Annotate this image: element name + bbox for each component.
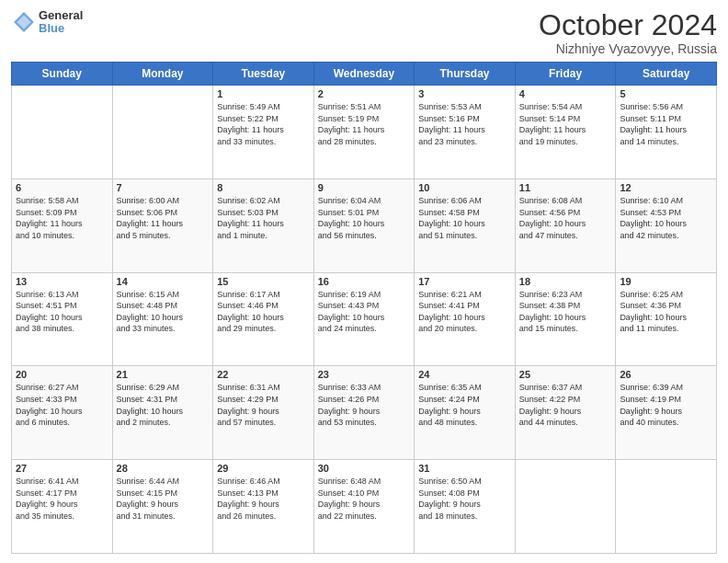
day-number: 3 xyxy=(418,88,511,99)
calendar-cell: 13Sunrise: 6:13 AM Sunset: 4:51 PM Dayli… xyxy=(12,272,113,366)
day-number: 23 xyxy=(318,369,411,380)
calendar-cell: 27Sunrise: 6:41 AM Sunset: 4:17 PM Dayli… xyxy=(12,460,113,554)
day-number: 24 xyxy=(418,369,511,380)
weekday-header-thursday: Thursday xyxy=(415,63,516,86)
day-number: 1 xyxy=(217,88,310,99)
calendar-cell: 26Sunrise: 6:39 AM Sunset: 4:19 PM Dayli… xyxy=(616,366,717,460)
subtitle: Nizhniye Vyazovyye, Russia xyxy=(539,41,717,56)
day-number: 9 xyxy=(318,182,411,193)
day-info: Sunrise: 5:51 AM Sunset: 5:19 PM Dayligh… xyxy=(318,101,411,147)
month-title: October 2024 xyxy=(539,9,717,41)
calendar-cell: 1Sunrise: 5:49 AM Sunset: 5:22 PM Daylig… xyxy=(213,86,314,179)
day-info: Sunrise: 6:17 AM Sunset: 4:46 PM Dayligh… xyxy=(217,289,310,335)
title-area: October 2024 Nizhniye Vyazovyye, Russia xyxy=(539,9,717,56)
calendar-cell: 8Sunrise: 6:02 AM Sunset: 5:03 PM Daylig… xyxy=(213,178,314,272)
weekday-header-wednesday: Wednesday xyxy=(313,63,415,86)
day-number: 8 xyxy=(217,182,310,193)
calendar-cell: 24Sunrise: 6:35 AM Sunset: 4:24 PM Dayli… xyxy=(415,366,516,460)
day-info: Sunrise: 6:04 AM Sunset: 5:01 PM Dayligh… xyxy=(318,195,411,241)
logo-icon xyxy=(11,9,37,35)
day-number: 12 xyxy=(620,182,712,193)
calendar-cell xyxy=(616,460,717,554)
day-info: Sunrise: 5:54 AM Sunset: 5:14 PM Dayligh… xyxy=(519,101,612,147)
calendar-cell: 17Sunrise: 6:21 AM Sunset: 4:41 PM Dayli… xyxy=(415,272,516,366)
day-info: Sunrise: 6:25 AM Sunset: 4:36 PM Dayligh… xyxy=(620,289,712,335)
logo-text: General Blue xyxy=(39,9,83,36)
day-info: Sunrise: 6:33 AM Sunset: 4:26 PM Dayligh… xyxy=(318,382,411,428)
calendar-cell xyxy=(112,86,213,179)
day-info: Sunrise: 5:56 AM Sunset: 5:11 PM Dayligh… xyxy=(620,101,712,147)
calendar-cell xyxy=(12,86,113,179)
day-number: 4 xyxy=(519,88,612,99)
calendar-cell: 30Sunrise: 6:48 AM Sunset: 4:10 PM Dayli… xyxy=(313,460,415,554)
weekday-header-sunday: Sunday xyxy=(12,63,113,86)
calendar-cell: 29Sunrise: 6:46 AM Sunset: 4:13 PM Dayli… xyxy=(213,460,314,554)
day-info: Sunrise: 6:39 AM Sunset: 4:19 PM Dayligh… xyxy=(620,382,712,428)
day-number: 5 xyxy=(620,88,712,99)
calendar-cell: 31Sunrise: 6:50 AM Sunset: 4:08 PM Dayli… xyxy=(415,460,516,554)
calendar-cell: 22Sunrise: 6:31 AM Sunset: 4:29 PM Dayli… xyxy=(213,366,314,460)
calendar-week-3: 13Sunrise: 6:13 AM Sunset: 4:51 PM Dayli… xyxy=(12,272,717,366)
day-number: 11 xyxy=(519,182,612,193)
day-number: 22 xyxy=(217,369,310,380)
day-info: Sunrise: 5:58 AM Sunset: 5:09 PM Dayligh… xyxy=(16,195,108,241)
day-info: Sunrise: 6:10 AM Sunset: 4:53 PM Dayligh… xyxy=(620,195,712,241)
day-number: 28 xyxy=(117,463,210,474)
day-info: Sunrise: 6:46 AM Sunset: 4:13 PM Dayligh… xyxy=(217,476,310,522)
calendar-week-4: 20Sunrise: 6:27 AM Sunset: 4:33 PM Dayli… xyxy=(12,366,717,460)
day-number: 7 xyxy=(117,182,210,193)
calendar-cell: 5Sunrise: 5:56 AM Sunset: 5:11 PM Daylig… xyxy=(616,86,717,179)
day-number: 26 xyxy=(620,369,712,380)
calendar-cell: 12Sunrise: 6:10 AM Sunset: 4:53 PM Dayli… xyxy=(616,178,717,272)
calendar-cell: 11Sunrise: 6:08 AM Sunset: 4:56 PM Dayli… xyxy=(515,178,616,272)
day-number: 31 xyxy=(418,463,511,474)
day-info: Sunrise: 6:21 AM Sunset: 4:41 PM Dayligh… xyxy=(418,289,511,335)
logo-line2: Blue xyxy=(39,22,83,35)
day-info: Sunrise: 6:15 AM Sunset: 4:48 PM Dayligh… xyxy=(117,289,210,335)
calendar-week-5: 27Sunrise: 6:41 AM Sunset: 4:17 PM Dayli… xyxy=(12,460,717,554)
day-number: 17 xyxy=(418,276,511,287)
day-number: 27 xyxy=(16,463,108,474)
calendar-table: SundayMondayTuesdayWednesdayThursdayFrid… xyxy=(11,62,717,554)
calendar-cell: 18Sunrise: 6:23 AM Sunset: 4:38 PM Dayli… xyxy=(515,272,616,366)
day-number: 20 xyxy=(16,369,108,380)
day-info: Sunrise: 6:02 AM Sunset: 5:03 PM Dayligh… xyxy=(217,195,310,241)
day-info: Sunrise: 5:49 AM Sunset: 5:22 PM Dayligh… xyxy=(217,101,310,147)
calendar-cell: 25Sunrise: 6:37 AM Sunset: 4:22 PM Dayli… xyxy=(515,366,616,460)
page: General Blue October 2024 Nizhniye Vyazo… xyxy=(0,0,728,563)
day-info: Sunrise: 6:06 AM Sunset: 4:58 PM Dayligh… xyxy=(418,195,511,241)
calendar-cell: 3Sunrise: 5:53 AM Sunset: 5:16 PM Daylig… xyxy=(415,86,516,179)
day-info: Sunrise: 6:48 AM Sunset: 4:10 PM Dayligh… xyxy=(318,476,411,522)
calendar-cell xyxy=(515,460,616,554)
logo: General Blue xyxy=(11,9,83,36)
calendar-cell: 14Sunrise: 6:15 AM Sunset: 4:48 PM Dayli… xyxy=(112,272,213,366)
day-info: Sunrise: 6:19 AM Sunset: 4:43 PM Dayligh… xyxy=(318,289,411,335)
day-info: Sunrise: 6:35 AM Sunset: 4:24 PM Dayligh… xyxy=(418,382,511,428)
day-info: Sunrise: 6:31 AM Sunset: 4:29 PM Dayligh… xyxy=(217,382,310,428)
day-number: 21 xyxy=(117,369,210,380)
header: General Blue October 2024 Nizhniye Vyazo… xyxy=(11,9,717,56)
day-number: 16 xyxy=(318,276,411,287)
day-number: 13 xyxy=(16,276,108,287)
day-info: Sunrise: 6:00 AM Sunset: 5:06 PM Dayligh… xyxy=(117,195,210,241)
day-number: 19 xyxy=(620,276,712,287)
calendar-cell: 16Sunrise: 6:19 AM Sunset: 4:43 PM Dayli… xyxy=(313,272,415,366)
day-info: Sunrise: 6:50 AM Sunset: 4:08 PM Dayligh… xyxy=(418,476,511,522)
calendar-week-2: 6Sunrise: 5:58 AM Sunset: 5:09 PM Daylig… xyxy=(12,178,717,272)
day-info: Sunrise: 6:29 AM Sunset: 4:31 PM Dayligh… xyxy=(117,382,210,428)
calendar-cell: 28Sunrise: 6:44 AM Sunset: 4:15 PM Dayli… xyxy=(112,460,213,554)
weekday-header-row: SundayMondayTuesdayWednesdayThursdayFrid… xyxy=(12,63,717,86)
calendar-cell: 15Sunrise: 6:17 AM Sunset: 4:46 PM Dayli… xyxy=(213,272,314,366)
day-number: 25 xyxy=(519,369,612,380)
day-number: 18 xyxy=(519,276,612,287)
calendar-cell: 9Sunrise: 6:04 AM Sunset: 5:01 PM Daylig… xyxy=(313,178,415,272)
day-info: Sunrise: 6:08 AM Sunset: 4:56 PM Dayligh… xyxy=(519,195,612,241)
calendar-cell: 2Sunrise: 5:51 AM Sunset: 5:19 PM Daylig… xyxy=(313,86,415,179)
calendar-week-1: 1Sunrise: 5:49 AM Sunset: 5:22 PM Daylig… xyxy=(12,86,717,179)
weekday-header-saturday: Saturday xyxy=(616,63,717,86)
calendar-cell: 6Sunrise: 5:58 AM Sunset: 5:09 PM Daylig… xyxy=(12,178,113,272)
logo-line1: General xyxy=(39,9,83,22)
calendar-cell: 21Sunrise: 6:29 AM Sunset: 4:31 PM Dayli… xyxy=(112,366,213,460)
calendar-cell: 23Sunrise: 6:33 AM Sunset: 4:26 PM Dayli… xyxy=(313,366,415,460)
calendar-cell: 4Sunrise: 5:54 AM Sunset: 5:14 PM Daylig… xyxy=(515,86,616,179)
